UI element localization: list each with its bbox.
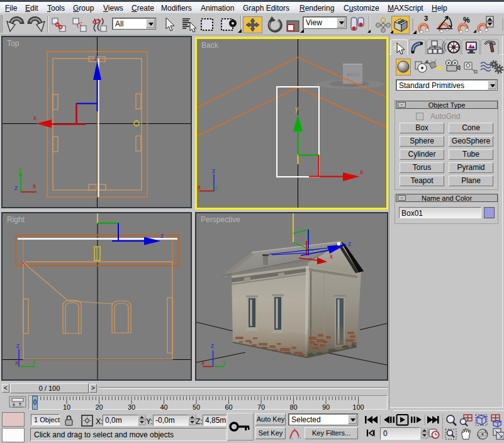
svg-text:z: z <box>160 232 164 239</box>
svg-text:z: z <box>94 55 98 62</box>
svg-text:x: x <box>198 184 201 191</box>
svg-text:z: z <box>14 184 18 191</box>
svg-text:20: 20 <box>95 403 103 411</box>
svg-text:y: y <box>295 106 298 113</box>
svg-text:y: y <box>18 165 21 172</box>
svg-text:BACK: BACK <box>347 72 361 77</box>
svg-text:x: x <box>201 359 204 366</box>
svg-text:x: x <box>330 253 333 260</box>
svg-text:80: 80 <box>289 403 297 411</box>
svg-text:z: z <box>348 240 351 247</box>
svg-text:100: 100 <box>352 403 364 411</box>
svg-text:y: y <box>223 359 226 366</box>
svg-text:z: z <box>16 342 20 349</box>
svg-text:10: 10 <box>63 403 70 411</box>
svg-text:30: 30 <box>128 403 135 411</box>
svg-text:90: 90 <box>322 403 330 411</box>
svg-text:50: 50 <box>193 403 200 411</box>
svg-text:x: x <box>360 169 363 176</box>
svg-text:x: x <box>15 359 18 366</box>
svg-text:40: 40 <box>160 403 167 411</box>
svg-text:y: y <box>33 357 36 364</box>
svg-text:60: 60 <box>225 403 232 411</box>
svg-text:x: x <box>33 115 36 121</box>
svg-text:z: z <box>211 342 214 349</box>
svg-text:70: 70 <box>257 403 265 411</box>
svg-text:x: x <box>33 182 36 189</box>
svg-text:y: y <box>215 184 218 191</box>
svg-text:z: z <box>212 167 215 174</box>
